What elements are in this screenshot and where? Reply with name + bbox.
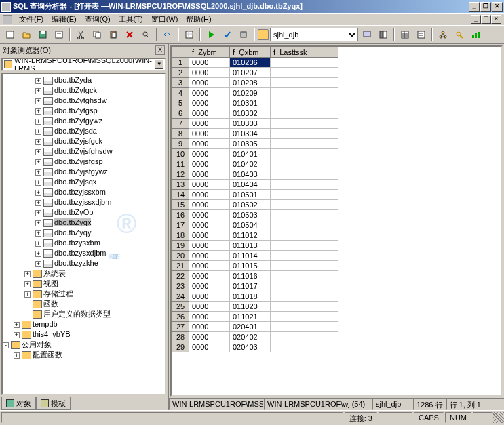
grid-cell[interactable]: 0000	[189, 332, 230, 342]
copy-button[interactable]	[90, 27, 104, 42]
grid-cell[interactable]	[271, 281, 338, 291]
grid-cell[interactable]: 0000	[189, 68, 230, 78]
grid-cell[interactable]: 010304	[230, 129, 271, 139]
grid-cell[interactable]: 0000	[189, 210, 230, 220]
grid-cell[interactable]: 010208	[230, 78, 271, 88]
row-header[interactable]: 24	[172, 291, 189, 302]
object-tree[interactable]: +dbo.tbZyda+dbo.tbZyfgck+dbo.tbZyfghsdw+…	[1, 73, 166, 395]
grid-cell[interactable]: 0000	[189, 108, 230, 119]
grid-cell[interactable]: 010501	[230, 190, 271, 200]
data-grid[interactable]: f_Zybmf_Qxbmf_Lasttssk100000102062000001…	[170, 45, 503, 397]
tree-node[interactable]: +this4_ybYB	[3, 329, 165, 340]
mdi-minimize-button[interactable]: _	[471, 15, 481, 24]
menu-help[interactable]: 帮助(H)	[182, 13, 215, 26]
grid-cell[interactable]: 0000	[189, 291, 230, 302]
row-header[interactable]: 18	[172, 230, 189, 241]
row-header[interactable]: 28	[172, 332, 189, 342]
find-button[interactable]	[138, 27, 153, 42]
tree-node[interactable]: +dbo.tbZyjsfgsp	[3, 157, 165, 167]
grid-cell[interactable]	[271, 251, 338, 261]
grid-cell[interactable]: 0000	[189, 312, 230, 322]
grid-cell[interactable]	[271, 98, 338, 108]
tree-node[interactable]: 用户定义的数据类型	[3, 309, 165, 319]
grid-cell[interactable]: 0000	[189, 88, 230, 98]
row-header[interactable]: 6	[172, 108, 189, 119]
row-header[interactable]: 4	[172, 88, 189, 98]
menu-query[interactable]: 查询(Q)	[81, 13, 115, 26]
grid-cell[interactable]: 011021	[230, 312, 271, 322]
tree-node[interactable]: +dbo.tbZyfgsp	[3, 106, 165, 116]
row-header[interactable]: 5	[172, 98, 189, 108]
row-header[interactable]: 3	[172, 78, 189, 88]
grid-cell[interactable]: 011014	[230, 251, 271, 261]
grid-cell[interactable]: 0000	[189, 119, 230, 129]
grid-cell[interactable]: 020402	[230, 332, 271, 342]
row-header[interactable]: 17	[172, 220, 189, 230]
grid-cell[interactable]: 0000	[189, 129, 230, 139]
tree-node[interactable]: +dbo.tbzyjssxdjbm	[3, 197, 165, 207]
estimated-plan-button[interactable]	[360, 27, 374, 42]
tree-node[interactable]: +dbo.tbzyjssxbm	[3, 187, 165, 197]
tree-node[interactable]: +视图	[3, 279, 165, 289]
grid-cell[interactable]: 0000	[189, 58, 230, 68]
row-header[interactable]: 21	[172, 261, 189, 271]
grid-cell[interactable]: 0000	[189, 169, 230, 180]
tree-node[interactable]: +配置函数	[3, 350, 165, 360]
tab-templates[interactable]: 模板	[36, 397, 71, 410]
grid-cell[interactable]	[271, 139, 338, 149]
grid-cell[interactable]: 011018	[230, 291, 271, 302]
grid-cell[interactable]	[271, 159, 338, 169]
execute-button[interactable]	[203, 27, 218, 42]
tree-node[interactable]: +dbo.tbZyjsfgywz	[3, 167, 165, 177]
row-header[interactable]: 2	[172, 68, 189, 78]
grid-cell[interactable]: 011012	[230, 230, 271, 241]
grid-cell[interactable]	[271, 169, 338, 180]
tree-node[interactable]: +dbo.tbZyjsfghsdw	[3, 146, 165, 157]
cancel-button[interactable]	[236, 27, 251, 42]
row-header[interactable]: 12	[172, 169, 189, 180]
grid-cell[interactable]	[271, 108, 338, 119]
new-query-button[interactable]	[3, 27, 18, 42]
grid-cell[interactable]: 0000	[189, 251, 230, 261]
grid-cell[interactable]: 010403	[230, 169, 271, 180]
grid-cell[interactable]	[271, 241, 338, 251]
grid-cell[interactable]	[271, 88, 338, 98]
grid-cell[interactable]: 011015	[230, 261, 271, 271]
close-button[interactable]: ✕	[492, 2, 503, 12]
row-header[interactable]: 25	[172, 302, 189, 312]
grid-cell[interactable]	[271, 332, 338, 342]
object-browser-close-button[interactable]: X	[155, 45, 165, 55]
tree-node[interactable]: +系统表	[3, 268, 165, 279]
tree-node[interactable]: +dbo.tbZyfgywz	[3, 116, 165, 126]
grid-cell[interactable]: 010207	[230, 68, 271, 78]
row-header[interactable]: 22	[172, 271, 189, 281]
row-header[interactable]: 13	[172, 180, 189, 190]
grid-cell[interactable]: 0000	[189, 98, 230, 108]
grid-cell[interactable]	[271, 271, 338, 281]
grid-cell[interactable]	[271, 210, 338, 220]
mdi-close-button[interactable]: ✕	[491, 15, 501, 24]
tree-node[interactable]: +dbo.tbzysxdjbm	[3, 248, 165, 258]
grid-cell[interactable]	[271, 302, 338, 312]
tree-node[interactable]: +dbo.tbZyfgck	[3, 85, 165, 96]
grid-cell[interactable]: 0000	[189, 220, 230, 230]
resize-grip[interactable]	[493, 412, 504, 423]
row-header[interactable]: 7	[172, 119, 189, 129]
column-header[interactable]: f_Lasttssk	[271, 47, 338, 58]
tree-node[interactable]: +dbo.tbZyqx	[3, 218, 165, 228]
results-text-button[interactable]	[414, 27, 429, 42]
column-header[interactable]: f_Zybm	[189, 47, 230, 58]
tree-node[interactable]: +dbo.tbZyjsda	[3, 126, 165, 136]
grid-cell[interactable]: 010303	[230, 119, 271, 129]
grid-cell[interactable]: 0000	[189, 230, 230, 241]
grid-cell[interactable]	[271, 261, 338, 271]
tree-node[interactable]: +tempdb	[3, 319, 165, 329]
grid-cell[interactable]: 010209	[230, 88, 271, 98]
grid-cell[interactable]: 0000	[189, 342, 230, 352]
tree-node[interactable]: +dbo.tbZyOp	[3, 207, 165, 218]
minimize-button[interactable]: _	[469, 2, 480, 12]
grid-cell[interactable]: 0000	[189, 159, 230, 169]
grid-cell[interactable]: 0000	[189, 139, 230, 149]
row-header[interactable]: 19	[172, 241, 189, 251]
row-header[interactable]: 10	[172, 149, 189, 159]
